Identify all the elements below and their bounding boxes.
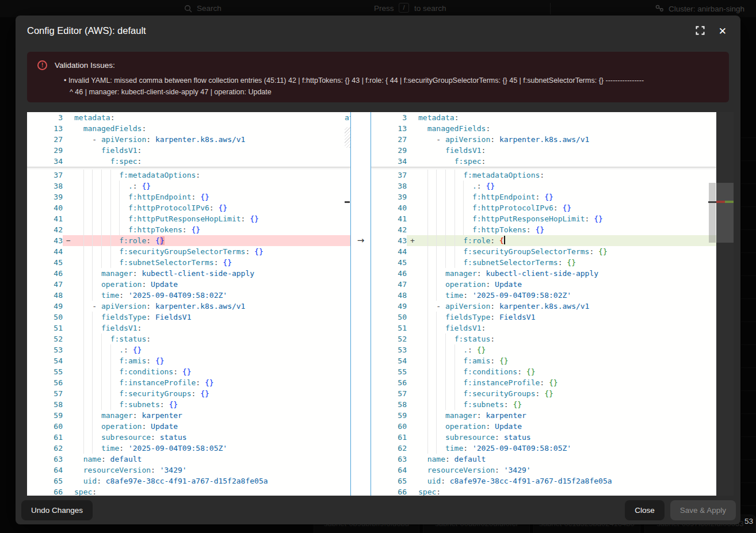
code-line[interactable]: 51 fieldsV1: (27, 323, 350, 333)
sticky-code-line[interactable]: 29 fieldsV1: (371, 145, 716, 156)
code-line[interactable]: 39 f:httpEndpoint: {} (27, 191, 350, 202)
sticky-scroll-header[interactable]: 3metadata:13 managedFields:27 - apiVersi… (27, 112, 350, 167)
code-line[interactable]: 62 time: '2025-09-04T09:58:05Z' (27, 443, 350, 454)
code-line[interactable]: 41 f:httpPutResponseHopLimit: {} (27, 213, 350, 224)
code-line[interactable]: 38 .: {} (27, 181, 350, 191)
code-line[interactable]: 46 manager: kubectl-client-side-apply (371, 268, 716, 279)
code-line[interactable]: 59 manager: karpenter (371, 410, 716, 421)
code-line[interactable]: 52 f:status: (27, 333, 350, 344)
code-line[interactable]: 60 operation: Update (27, 421, 350, 432)
code-line[interactable]: 62 time: '2025-09-04T09:58:05Z' (371, 443, 716, 454)
code-line[interactable]: 63 name: default (371, 454, 716, 465)
yaml-diff-editor[interactable]: at 37 f:metadataOptions:38 .: {}39 f:htt… (27, 112, 734, 496)
right-pane-scrollbar[interactable] (708, 112, 716, 496)
code-line[interactable]: 64 resourceVersion: '3429' (371, 465, 716, 476)
diff-overview-ruler[interactable] (716, 112, 734, 496)
code-line[interactable]: 60 operation: Update (371, 421, 716, 432)
code-line[interactable]: 56 f:instanceProfile: {} (27, 377, 350, 388)
code-line[interactable]: 65 uid: c8afe97e-38cc-4f91-a767-d15f2a8f… (27, 476, 350, 486)
revert-change-arrow[interactable]: → (351, 235, 371, 246)
diff-sign (407, 257, 418, 268)
code-line[interactable]: 45 f:subnetSelectorTerms: {} (27, 257, 350, 268)
code-line[interactable]: 59 manager: karpenter (27, 410, 350, 421)
sticky-code-line[interactable]: 27 - apiVersion: karpenter.k8s.aws/v1 (371, 134, 716, 145)
diff-pane-original[interactable]: at 37 f:metadataOptions:38 .: {}39 f:htt… (27, 112, 350, 496)
code-line[interactable]: 66spec: (371, 486, 716, 496)
code-line[interactable]: 50 fieldsType: FieldsV1 (27, 312, 350, 323)
code-line[interactable]: 49 - apiVersion: karpenter.k8s.aws/v1 (371, 301, 716, 312)
code-line[interactable]: 38 .: {} (371, 181, 716, 191)
code-line[interactable]: 49 - apiVersion: karpenter.k8s.aws/v1 (27, 301, 350, 312)
overview-slider[interactable] (716, 183, 734, 243)
close-icon[interactable]: ✕ (719, 26, 727, 36)
line-number: 50 (27, 312, 63, 323)
code-line[interactable]: 47 operation: Update (27, 279, 350, 290)
sticky-code-line[interactable]: 34 f:spec: (371, 156, 716, 167)
code-line[interactable]: 57 f:securityGroups: {} (27, 388, 350, 399)
code-line[interactable]: 65 uid: c8afe97e-38cc-4f91-a767-d15f2a8f… (371, 476, 716, 486)
sticky-code-line[interactable]: 29 fieldsV1: (27, 145, 350, 156)
code-line[interactable]: 61 subresource: status (27, 432, 350, 443)
line-number: 45 (27, 257, 63, 268)
code-line[interactable]: 58 f:subnets: {} (27, 399, 350, 410)
diff-pane-modified[interactable]: 37 f:metadataOptions:38 .: {}39 f:httpEn… (371, 112, 716, 496)
code-line[interactable]: 64 resourceVersion: '3429' (27, 465, 350, 476)
diff-sign (63, 213, 74, 224)
code-line[interactable]: 55 f:conditions: {} (371, 366, 716, 377)
code-line[interactable]: 63 name: default (27, 454, 350, 465)
code-line[interactable]: 37 f:metadataOptions: (371, 170, 716, 181)
code-line[interactable]: 55 f:conditions: {} (27, 366, 350, 377)
sticky-code-line[interactable]: 13 managedFields: (27, 123, 350, 134)
scrollbar-slider[interactable] (709, 183, 716, 243)
code-line[interactable]: 58 f:subnets: {} (371, 399, 716, 410)
code-line[interactable]: 54 f:amis: {} (27, 355, 350, 366)
code-line[interactable]: 57 f:securityGroups: {} (371, 388, 716, 399)
code-line[interactable]: 54 f:amis: {} (371, 355, 716, 366)
sticky-code-line[interactable]: 34 f:spec: (27, 156, 350, 167)
code-line[interactable]: 40 f:httpProtocolIPv6: {} (371, 202, 716, 213)
sticky-scroll-header[interactable]: 3metadata:13 managedFields:27 - apiVersi… (371, 112, 716, 167)
diff-sign (63, 465, 74, 476)
code-line[interactable]: 43+ f:role: { (371, 235, 716, 246)
save-apply-button[interactable]: Save & Apply (670, 500, 736, 520)
code-line[interactable]: 50 fieldsType: FieldsV1 (371, 312, 716, 323)
code-line[interactable]: 47 operation: Update (371, 279, 716, 290)
code-line[interactable]: 39 f:httpEndpoint: {} (371, 191, 716, 202)
sticky-code-line[interactable]: 3metadata: (27, 112, 350, 123)
code-line[interactable]: 42 f:httpTokens: {} (27, 224, 350, 235)
close-button[interactable]: Close (625, 500, 665, 520)
fullscreen-icon[interactable] (696, 26, 705, 36)
line-number: 53 (27, 344, 63, 355)
code-line[interactable]: 40 f:httpProtocolIPv6: {} (27, 202, 350, 213)
undo-changes-button[interactable]: Undo Changes (21, 500, 93, 520)
diff-sign (407, 134, 418, 145)
diff-sign (407, 112, 418, 123)
code-line[interactable]: 44 f:securityGroupSelectorTerms: {} (371, 246, 716, 257)
diff-sign (63, 399, 74, 410)
line-number: 44 (27, 246, 63, 257)
line-number: 39 (27, 191, 63, 202)
sticky-code-line[interactable]: 3metadata: (371, 112, 716, 123)
code-line[interactable]: 61 subresource: status (371, 432, 716, 443)
code-line[interactable]: 48 time: '2025-09-04T09:58:02Z' (27, 290, 350, 301)
code-line[interactable]: 53 .: {} (27, 344, 350, 355)
diff-sash[interactable]: → (350, 112, 371, 496)
code-line[interactable]: 66spec: (27, 486, 350, 496)
sticky-code-line[interactable]: 13 managedFields: (371, 123, 716, 134)
diff-sign (63, 301, 74, 312)
code-line[interactable]: 41 f:httpPutResponseHopLimit: {} (371, 213, 716, 224)
diff-sign (407, 202, 418, 213)
code-line[interactable]: 51 fieldsV1: (371, 323, 716, 333)
code-line[interactable]: 45 f:subnetSelectorTerms: {} (371, 257, 716, 268)
code-line[interactable]: 53 .: {} (371, 344, 716, 355)
code-line[interactable]: 48 time: '2025-09-04T09:58:02Z' (371, 290, 716, 301)
line-number: 58 (371, 399, 407, 410)
code-line[interactable]: 42 f:httpTokens: {} (371, 224, 716, 235)
code-line[interactable]: 56 f:instanceProfile: {} (371, 377, 716, 388)
code-line[interactable]: 46 manager: kubectl-client-side-apply (27, 268, 350, 279)
code-line[interactable]: 52 f:status: (371, 333, 716, 344)
code-line[interactable]: 44 f:securityGroupSelectorTerms: {} (27, 246, 350, 257)
sticky-code-line[interactable]: 27 - apiVersion: karpenter.k8s.aws/v1 (27, 134, 350, 145)
code-line[interactable]: 43− f:role: {} (27, 235, 350, 246)
code-line[interactable]: 37 f:metadataOptions: (27, 170, 350, 181)
